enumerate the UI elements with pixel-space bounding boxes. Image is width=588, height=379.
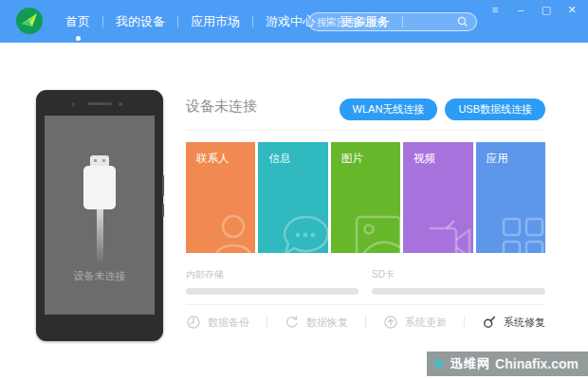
system-update-label: 系统更新 [405,316,447,330]
phone-side-button [162,204,164,217]
chinafix-watermark: 迅维网 Chinafix.com [427,352,588,376]
tile-videos[interactable]: 视频 [403,142,472,253]
phone-camera-dot [71,102,75,106]
watermark-arrow-icon [432,356,446,371]
window-controls: ≡ – ▢ ✕ [488,3,579,16]
nav-item-home-label: 首页 [65,14,90,28]
data-backup-label: 数据备份 [208,316,249,330]
search-box[interactable] [308,12,477,31]
phone-screen: 设备未连接 [45,116,155,315]
tile-contacts-label: 联系人 [196,152,230,166]
tile-contacts[interactable]: 联系人 [186,142,255,253]
usb-connect-button[interactable]: USB数据线连接 [445,99,545,120]
connection-buttons: WLAN无线连接 USB数据线连接 [186,99,545,120]
sd-card-meter: SD卡 [372,268,545,295]
wlan-connect-button[interactable]: WLAN无线连接 [340,99,438,120]
nav-item-app-market[interactable]: 应用市场 [178,13,252,30]
pictures-icon [349,208,400,253]
data-backup-button[interactable]: 数据备份 [186,315,249,330]
sd-card-bar [372,288,545,295]
phone-sensor-dot [119,102,122,106]
minimize-icon[interactable]: – [514,3,527,16]
app-window: 首页 我的设备 应用市场 游戏中心 更多服务 ≡ – ▢ ✕ [0,0,588,379]
system-update-icon [383,315,398,330]
tile-pictures[interactable]: 图片 [331,142,400,253]
action-separator [365,316,366,329]
app-logo-icon[interactable] [15,7,44,35]
maximize-icon[interactable]: ▢ [540,3,553,16]
phone-illustration: 设备未连接 [36,90,163,341]
internal-storage-meter: 内部存储 [186,268,358,295]
contacts-icon [204,208,255,253]
category-tiles: 联系人 信息 图片 [186,142,545,253]
nav-item-my-device[interactable]: 我的设备 [103,13,177,30]
active-nav-dot [76,36,81,41]
apps-icon [494,208,545,253]
usb-plug-icon [81,155,119,264]
internal-storage-bar [186,288,358,295]
watermark-site-cn: 迅维网 [450,355,490,372]
action-separator [266,316,267,329]
system-repair-label: 系统修复 [504,316,545,330]
tile-apps[interactable]: 应用 [476,142,545,253]
internal-storage-label: 内部存储 [186,268,358,281]
data-restore-label: 数据恢复 [306,316,348,330]
tile-messages[interactable]: 信息 [258,142,327,253]
watermark-site-en: Chinafix.com [495,356,579,371]
phone-speaker [87,102,112,105]
sd-card-label: SD卡 [372,268,545,281]
action-separator [464,316,465,329]
videos-icon [422,208,473,253]
phone-status-text: 设备未连接 [45,269,155,283]
data-restore-icon [285,315,300,330]
messages-icon [277,208,328,253]
nav-item-home[interactable]: 首页 [53,13,102,30]
divider [186,304,545,305]
close-icon[interactable]: ✕ [565,3,579,16]
data-backup-icon [186,315,201,330]
search-input[interactable] [317,16,457,27]
phone-side-button [162,175,164,196]
tile-videos-label: 视频 [413,152,435,166]
quick-actions: 数据备份 数据恢复 系统更新 [186,315,545,330]
top-navigation-bar: 首页 我的设备 应用市场 游戏中心 更多服务 ≡ – ▢ ✕ [0,0,588,43]
menu-icon[interactable]: ≡ [488,3,502,16]
tile-messages-label: 信息 [268,152,290,166]
data-restore-button[interactable]: 数据恢复 [285,315,348,330]
divider [186,130,545,131]
tile-apps-label: 应用 [487,152,508,166]
search-icon[interactable] [457,16,469,27]
system-update-button[interactable]: 系统更新 [383,315,447,330]
tile-pictures-label: 图片 [341,152,363,166]
system-repair-button[interactable]: 系统修复 [482,315,545,330]
system-repair-icon [482,315,497,330]
